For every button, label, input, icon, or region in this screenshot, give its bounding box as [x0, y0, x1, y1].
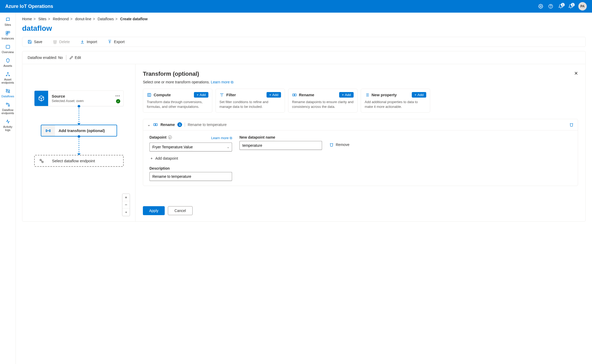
user-avatar[interactable]: PA [578, 2, 587, 11]
datapoint-select[interactable]: ⌄ [149, 143, 232, 151]
external-link-icon: ⧉ [230, 136, 232, 140]
instances-icon [5, 31, 11, 36]
list-icon [365, 93, 369, 97]
plus-icon: + [150, 156, 153, 160]
notification-badge: 1 [561, 3, 565, 7]
description-label: Description [149, 166, 571, 170]
crumb-current: Create dataflow [120, 17, 148, 21]
new-name-input[interactable] [239, 141, 322, 150]
zoom-in-button[interactable]: + [122, 194, 130, 201]
connector [79, 106, 79, 125]
svg-rect-21 [154, 124, 155, 126]
add-compute-button[interactable]: + Add [194, 92, 208, 98]
crumb-donut-line[interactable]: donut-line [75, 17, 91, 21]
add-rename-button[interactable]: + Add [339, 92, 354, 98]
flow-node-source[interactable]: Source Selected Asset: oven ··· ✓ [34, 90, 124, 106]
export-button[interactable]: Export [108, 40, 124, 44]
svg-point-10 [6, 89, 7, 90]
panel-title: Transform (optional) [143, 70, 199, 77]
check-icon: ✓ [116, 99, 120, 103]
sidebar-label: Activity logs [1, 125, 14, 132]
info-icon[interactable]: i [168, 135, 172, 139]
sites-icon [5, 17, 11, 22]
apply-button[interactable]: Apply [143, 206, 165, 215]
add-newprop-button[interactable]: + Add [412, 92, 426, 98]
delete-icon [53, 40, 57, 44]
fit-button[interactable]: ⌖ [122, 209, 130, 216]
svg-rect-13 [8, 105, 9, 107]
more-icon[interactable]: ··· [115, 93, 120, 99]
description-input[interactable] [149, 172, 232, 181]
svg-rect-20 [295, 94, 296, 96]
page-title: dataflow [22, 24, 586, 33]
svg-point-9 [9, 75, 9, 76]
add-datapoint-button[interactable]: + Add datapoint [149, 156, 571, 160]
svg-rect-3 [6, 31, 8, 33]
external-link-icon: ⧉ [231, 80, 233, 84]
sidebar-item-dataflows[interactable]: Dataflows [0, 86, 16, 100]
add-filter-button[interactable]: + Add [267, 92, 281, 98]
endpoint-title: Select dataflow endpoint [52, 159, 119, 163]
datapoint-label: Datapoint i [149, 135, 172, 139]
alert-badge: 1 [571, 3, 575, 7]
notifications-icon[interactable]: 1 [558, 4, 563, 9]
save-button[interactable]: Save [28, 40, 42, 44]
sidebar-label: Sites [4, 23, 11, 26]
learn-more-link[interactable]: Learn more⧉ [211, 136, 232, 140]
rename-label: Rename [160, 123, 175, 127]
edit-icon [69, 56, 73, 59]
divider [66, 55, 66, 60]
close-icon[interactable]: ✕ [574, 70, 578, 76]
svg-rect-14 [46, 130, 47, 132]
filter-icon [219, 93, 224, 97]
flow-node-transform[interactable]: Add transform (optional) [41, 125, 117, 136]
crumb-home[interactable]: Home [22, 17, 32, 21]
svg-rect-12 [6, 103, 8, 104]
op-desc: Add additional properties to data to mak… [365, 100, 426, 109]
sidebar-item-activity-logs[interactable]: Activity logs [0, 117, 16, 134]
trash-icon [329, 143, 334, 147]
op-card-compute: Compute + Add Transform data through con… [143, 89, 212, 113]
count-badge: 1 [177, 122, 182, 127]
zoom-out-button[interactable]: − [122, 201, 130, 209]
asset-endpoints-icon [5, 72, 11, 77]
edit-button[interactable]: Edit [69, 55, 81, 60]
sidebar-item-assets[interactable]: Assets [0, 56, 16, 69]
op-desc: Rename datapoints to ensure clarity and … [292, 100, 354, 109]
sidebar-label: Dataflow endpoints [1, 108, 14, 115]
sidebar-item-sites[interactable]: Sites [0, 15, 16, 28]
chevron-down-icon[interactable]: ⌄ [147, 123, 150, 127]
sidebar-item-asset-endpoints[interactable]: Asset endpoints [0, 69, 16, 86]
rename-description-text: Rename to temperature [188, 123, 227, 127]
op-title: Rename [299, 93, 337, 97]
delete-rename-button[interactable] [569, 123, 574, 127]
remove-button[interactable]: Remove [329, 143, 349, 147]
learn-more-link[interactable]: Learn more⧉ [211, 80, 233, 84]
transform-icon [41, 125, 55, 136]
save-icon [28, 40, 32, 44]
export-icon [108, 40, 112, 44]
source-title: Source [52, 94, 120, 98]
sidebar-item-dataflow-endpoints[interactable]: Dataflow endpoints [0, 100, 16, 117]
divider [185, 123, 185, 127]
flow-node-endpoint[interactable]: Select dataflow endpoint [34, 155, 124, 167]
assets-icon [5, 58, 11, 63]
svg-rect-4 [8, 31, 9, 33]
cancel-button[interactable]: Cancel [168, 206, 193, 215]
op-title: Compute [154, 93, 192, 97]
crumb-dataflows[interactable]: Dataflows [98, 17, 114, 21]
datapoint-input[interactable] [149, 143, 232, 151]
import-button[interactable]: Import [80, 40, 97, 44]
svg-point-11 [8, 92, 10, 93]
sidebar-item-overview[interactable]: Overview [0, 42, 16, 56]
sidebar-item-instances[interactable]: Instances [0, 28, 16, 42]
alerts-icon[interactable]: 1 [568, 4, 573, 9]
sidebar-label: Dataflows [1, 95, 14, 98]
crumb-sites[interactable]: Sites [38, 17, 46, 21]
settings-icon[interactable] [538, 4, 543, 9]
svg-rect-22 [156, 124, 157, 126]
crumb-redmond[interactable]: Redmond [53, 17, 69, 21]
help-icon[interactable] [548, 4, 553, 9]
dataflow-endpoints-icon [5, 102, 11, 107]
panel-subtitle: Select one or more transform operations. [143, 80, 210, 84]
